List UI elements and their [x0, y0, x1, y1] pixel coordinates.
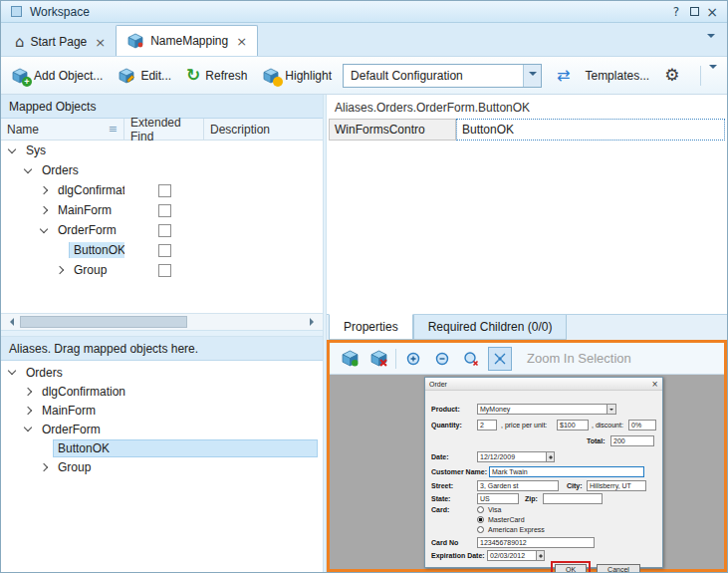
scrollbar-thumb[interactable] [20, 316, 187, 328]
configuration-dropdown[interactable]: Default Configuration [343, 64, 542, 88]
city-field[interactable]: Hillsberry, UT [587, 480, 646, 491]
horizontal-scrollbar[interactable] [1, 313, 323, 330]
close-icon[interactable]: × [651, 380, 658, 389]
column-extended-find[interactable]: Extended Find [124, 119, 204, 140]
scroll-right-button[interactable] [307, 318, 321, 326]
total-field[interactable]: 200 [610, 435, 654, 446]
edit-button[interactable]: Edit... [118, 67, 171, 85]
tree-item-label[interactable]: Group [54, 459, 95, 475]
extended-find-checkbox[interactable] [158, 244, 171, 257]
expander-icon[interactable] [24, 406, 32, 414]
tree-row[interactable]: Group [1, 260, 323, 280]
quantity-field[interactable]: 2 [477, 420, 497, 430]
horizontal-splitter[interactable] [1, 330, 323, 337]
object-type-cell[interactable]: WinFormsContro [329, 119, 456, 141]
tree-item-label[interactable]: dlgConfirmation [38, 384, 129, 400]
price-field[interactable]: $100 [557, 420, 589, 430]
tab-required-children[interactable]: Required Children (0/0) [413, 315, 568, 340]
templates-button[interactable]: Templates... [585, 69, 649, 83]
expander-icon[interactable] [56, 266, 64, 274]
tab-overflow-button[interactable] [707, 38, 715, 52]
card-no-field[interactable]: 123456789012 [477, 537, 595, 548]
radio-visa-label[interactable]: Visa [488, 506, 502, 513]
tree-item-label[interactable]: Orders [38, 162, 83, 178]
expander-icon[interactable] [8, 367, 16, 375]
product-combobox[interactable]: MyMoney [477, 404, 616, 415]
tree-row[interactable]: dlgConfirmation [1, 180, 323, 200]
refresh-button[interactable]: ↻ Refresh [186, 67, 247, 84]
delete-image-button[interactable] [366, 347, 390, 371]
object-row[interactable]: WinFormsContro ButtonOK [329, 119, 725, 141]
date-field[interactable]: 12/12/2009 [477, 451, 555, 462]
tab-start-page[interactable]: ⌂ Start Page × [5, 28, 116, 56]
tree-item-label[interactable]: OrderForm [38, 422, 105, 437]
cancel-button[interactable]: Cancel [597, 564, 640, 573]
tab-name-mapping[interactable]: NameMapping × [116, 25, 258, 56]
radio-visa[interactable] [477, 506, 484, 513]
tree-item-label[interactable]: ButtonOK [70, 242, 124, 258]
tree-item-label[interactable]: MainForm [38, 403, 100, 419]
close-tab-icon[interactable]: × [95, 36, 106, 49]
help-button[interactable]: ? [667, 4, 685, 20]
scroll-left-button[interactable] [3, 318, 17, 326]
object-name-cell[interactable]: ButtonOK [456, 119, 725, 141]
expander-icon[interactable] [24, 164, 32, 172]
extended-find-checkbox[interactable] [158, 264, 171, 277]
expiration-date-field[interactable]: 02/03/2012 [487, 550, 545, 561]
add-object-button[interactable]: + Add Object... [11, 67, 103, 85]
tree-item-label[interactable]: dlgConfirmation [54, 182, 124, 198]
expander-icon[interactable] [24, 387, 32, 395]
dropdown-arrow[interactable] [523, 65, 541, 87]
tree-row[interactable]: OrderForm [1, 420, 323, 438]
radio-mastercard-label[interactable]: MasterCard [488, 516, 525, 523]
spinner-icon[interactable] [536, 551, 544, 560]
tree-item-label[interactable]: OrderForm [54, 222, 121, 238]
tree-item-label[interactable]: Sys [22, 143, 50, 158]
column-description[interactable]: Description [204, 119, 323, 140]
extended-find-checkbox[interactable] [158, 204, 171, 217]
float-button[interactable] [685, 4, 703, 20]
discount-field[interactable]: 0% [628, 420, 656, 430]
tree-row-selected[interactable]: ButtonOK [1, 438, 323, 457]
expander-icon[interactable] [8, 144, 16, 152]
zoom-in-selection-button[interactable] [488, 347, 512, 371]
tree-row[interactable]: dlgConfirmation [1, 382, 323, 401]
extended-find-checkbox[interactable] [158, 224, 171, 237]
tree-row[interactable]: Orders [1, 363, 323, 382]
highlight-button[interactable]: Highlight [262, 67, 332, 85]
radio-mastercard[interactable] [477, 516, 484, 523]
tree-item-label[interactable]: MainForm [54, 202, 116, 218]
extended-find-checkbox[interactable] [158, 184, 171, 197]
tree-row[interactable]: Orders [1, 160, 323, 180]
zoom-out-button[interactable] [430, 347, 454, 371]
tree-row[interactable]: OrderForm [1, 220, 323, 240]
tree-row[interactable]: Group [1, 457, 323, 476]
ok-button[interactable]: OK [555, 564, 587, 573]
close-tab-icon[interactable]: × [236, 35, 247, 48]
expander-icon[interactable] [40, 462, 48, 470]
tree-item-label[interactable]: Group [70, 262, 111, 278]
update-image-button[interactable] [338, 347, 362, 371]
toolbar-overflow-button[interactable] [709, 69, 717, 83]
expander-icon[interactable] [24, 424, 32, 431]
street-field[interactable]: 3, Garden st [477, 480, 559, 491]
update-mapping-icon[interactable]: ⇄ [557, 68, 570, 84]
tree-row[interactable]: MainForm [1, 200, 323, 220]
zoom-in-button[interactable] [401, 347, 425, 371]
column-name[interactable]: Name ≡ [1, 119, 124, 140]
tree-row-selected[interactable]: ButtonOK [1, 240, 323, 260]
spinner-icon[interactable] [546, 452, 554, 461]
tree-row[interactable]: MainForm [1, 401, 323, 420]
zoom-reset-button[interactable] [459, 347, 483, 371]
tab-properties[interactable]: Properties [329, 314, 413, 340]
expander-icon[interactable] [40, 206, 48, 214]
state-field[interactable]: US [477, 493, 519, 504]
gear-icon[interactable]: ⚙ [664, 67, 679, 84]
close-button[interactable]: × [703, 4, 721, 20]
customer-name-field[interactable]: Mark Twain [489, 466, 644, 477]
combo-arrow-icon[interactable] [607, 405, 615, 414]
radio-american-express-label[interactable]: American Express [488, 526, 545, 533]
expander-icon[interactable] [40, 224, 48, 232]
tree-row[interactable]: Sys [1, 141, 323, 160]
zip-field[interactable] [543, 493, 603, 504]
